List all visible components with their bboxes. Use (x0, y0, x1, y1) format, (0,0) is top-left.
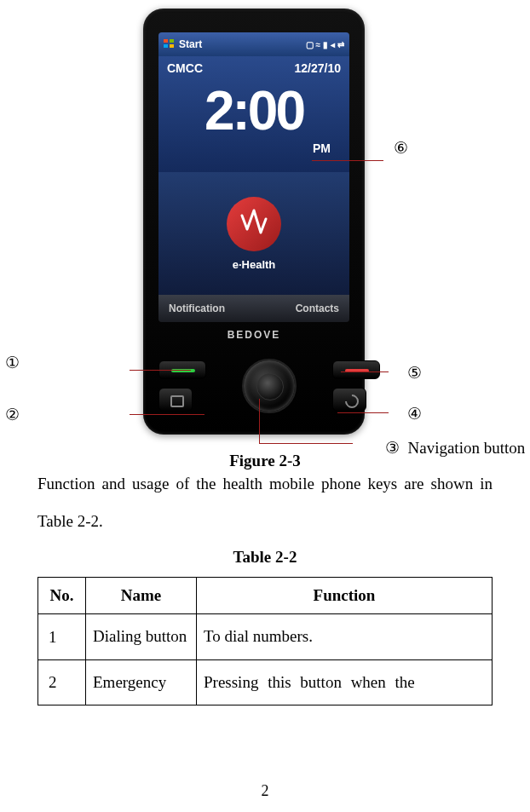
figure-container: Start ▢ ≈ ▮ ◂ ⇄ CMCC 12/27/10 2:00 PM (0, 0, 530, 443)
callout-5: ⑤ (407, 363, 422, 383)
speaker-icon: ◂ (331, 40, 335, 49)
callout-6: ⑥ (394, 138, 408, 158)
page-number: 2 (0, 782, 530, 800)
header-no: No. (38, 578, 86, 614)
ampm-label: PM (313, 141, 331, 155)
callout-line-3v (259, 399, 260, 443)
header-name: Name (86, 578, 197, 614)
header-function: Function (197, 578, 493, 614)
callout-line-2 (130, 414, 205, 415)
date-label: 12/27/10 (295, 61, 342, 75)
cell-name: Dialing button (86, 614, 197, 659)
phone-illustration: Start ▢ ≈ ▮ ◂ ⇄ CMCC 12/27/10 2:00 PM (143, 9, 365, 435)
key-function-table: No. Name Function 1 Dialing button To di… (37, 577, 493, 705)
table-row: 2 Emergency Pressing this button when th… (38, 659, 493, 705)
clock-time: 2:00 (158, 84, 349, 138)
callout-line-3h (259, 443, 353, 444)
callout-line-1 (130, 370, 191, 371)
callout-line-4 (337, 412, 389, 413)
figure-caption: Figure 2-3 (0, 452, 530, 470)
taskbar: Start ▢ ≈ ▮ ◂ ⇄ (158, 32, 349, 56)
softkey-left: Notification (169, 302, 225, 314)
carrier-label: CMCC (167, 61, 203, 75)
end-button-icon (332, 360, 380, 379)
signal-icon: ▮ (323, 40, 328, 49)
status-icons: ▢ ≈ ▮ ◂ ⇄ (306, 40, 345, 49)
callout-line-6 (312, 160, 383, 161)
clock-area: CMCC 12/27/10 2:00 PM (158, 56, 349, 172)
callout-2: ② (5, 405, 20, 424)
callout-1: ① (5, 353, 20, 372)
phone-screen: Start ▢ ≈ ▮ ◂ ⇄ CMCC 12/27/10 2:00 PM (158, 32, 349, 322)
arrows-icon: ⇄ (337, 40, 344, 49)
table-row: 1 Dialing button To dial numbers. (38, 614, 493, 659)
ehealth-logo-icon (227, 197, 281, 251)
sync-icon: ≈ (316, 40, 321, 49)
app-name: e·Health (233, 258, 276, 271)
cell-function: To dial numbers. (197, 614, 493, 659)
hardware-buttons (158, 356, 380, 416)
app-area: e·Health (158, 172, 349, 295)
callout-4: ④ (407, 404, 422, 423)
cell-no: 2 (38, 659, 86, 705)
callout-line-5 (341, 371, 389, 372)
softkey-right: Contacts (296, 302, 339, 314)
sim-icon: ▢ (306, 40, 314, 49)
cell-function: Pressing this button when the (197, 659, 493, 705)
home-button-icon (158, 388, 193, 412)
navigation-button-icon (242, 359, 297, 413)
softkey-bar: Notification Contacts (158, 295, 349, 322)
cell-no: 1 (38, 614, 86, 659)
table-header-row: No. Name Function (38, 578, 493, 614)
back-button-icon (332, 388, 366, 412)
windows-icon (164, 39, 176, 49)
brand-label: BEDOVE (143, 329, 365, 341)
cell-name: Emergency (86, 659, 197, 705)
table-caption: Table 2-2 (0, 548, 530, 567)
start-label: Start (179, 38, 202, 50)
